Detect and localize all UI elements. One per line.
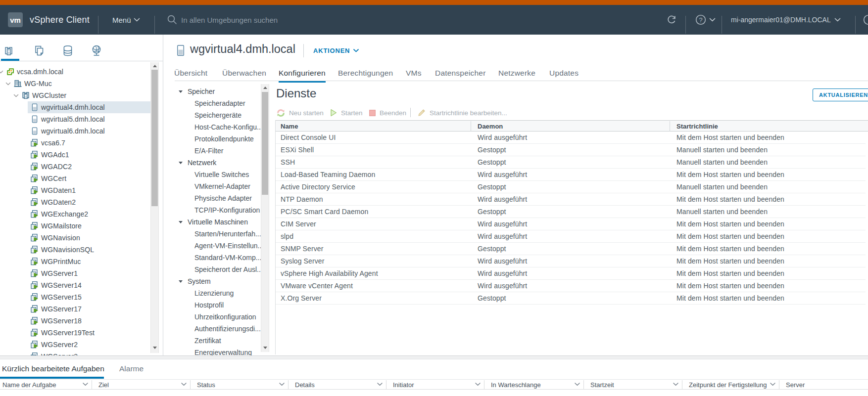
- tab-VMs[interactable]: VMs: [406, 66, 422, 81]
- triangle-down-icon[interactable]: [179, 221, 183, 223]
- tree-item-WGServer3[interactable]: WGServer3: [0, 351, 150, 355]
- tree-item-WGAdc1[interactable]: WGAdc1: [0, 149, 150, 161]
- task-column-header-Details[interactable]: Details: [295, 380, 315, 390]
- menu-button[interactable]: Menü: [112, 5, 131, 35]
- stop-button[interactable]: Beenden: [369, 106, 406, 119]
- tree-item-wgvirtual4.dmh.local[interactable]: wgvirtual4.dmh.local: [0, 101, 150, 113]
- service-row-vSphere High Availability Agent[interactable]: vSphere High Availability AgentWird ausg…: [276, 267, 866, 280]
- column-separator[interactable]: [682, 380, 682, 390]
- tree-item-WGCluster[interactable]: WGCluster: [0, 89, 150, 101]
- tree-item-WGDaten2[interactable]: WGDaten2: [0, 196, 150, 208]
- tab-Übersicht[interactable]: Übersicht: [174, 66, 207, 81]
- task-column-header-Zeitpunkt der Fertigstellung[interactable]: Zeitpunkt der Fertigstellung: [689, 380, 767, 390]
- service-row-Active Directory Service[interactable]: Active Directory ServiceGestopptManuell …: [276, 181, 866, 193]
- column-separator[interactable]: [92, 380, 92, 390]
- confignav-item-Zertifikat[interactable]: Zertifikat: [163, 335, 275, 347]
- triangle-down-icon[interactable]: [179, 162, 183, 164]
- triangle-down-icon[interactable]: [179, 280, 183, 283]
- tree-item-WGServer19Test[interactable]: WGServer19Test: [0, 327, 150, 339]
- scroll-up-icon[interactable]: [153, 65, 157, 67]
- chevron-down-icon[interactable]: [134, 5, 140, 35]
- vms-and-templates-icon[interactable]: [34, 45, 46, 57]
- start-button[interactable]: Starten: [330, 106, 363, 119]
- chevron-down-icon[interactable]: [13, 93, 19, 98]
- tree-item-WGADC2[interactable]: WGADC2: [0, 161, 150, 173]
- service-row-Load-Based Teaming Daemon[interactable]: Load-Based Teaming DaemonWird ausgeführt…: [276, 169, 866, 181]
- confignav-item-Starten/Herunterfah[interactable]: Starten/Herunterfah...: [163, 228, 275, 240]
- chevron-down-icon[interactable]: [709, 5, 716, 35]
- service-row-VMware vCenter Agent[interactable]: VMware vCenter AgentWird ausgeführtMit d…: [276, 280, 866, 292]
- column-header-daemon[interactable]: Daemon: [478, 121, 503, 132]
- tree-item-WGCert[interactable]: WGCert: [0, 173, 150, 184]
- tab-Datenspeicher[interactable]: Datenspeicher: [435, 66, 486, 81]
- restart-button[interactable]: Neu starten: [277, 106, 324, 119]
- edit-startup-policy-button[interactable]: Startrichtlinie bearbeiten...: [418, 106, 507, 119]
- tree-item-WGServer14[interactable]: WGServer14: [0, 279, 150, 291]
- horizontal-splitter[interactable]: [0, 355, 868, 359]
- service-row-X.Org Server[interactable]: X.Org ServerGestopptMit dem Host starten…: [276, 292, 866, 305]
- chevron-down-icon[interactable]: [0, 69, 3, 75]
- confignav-item-Authentifizierungsdi[interactable]: Authentifizierungsdi...: [163, 323, 275, 335]
- tree-item-WGServer17[interactable]: WGServer17: [0, 303, 150, 315]
- tree-item-WGMailstore[interactable]: WGMailstore: [0, 220, 150, 232]
- tree-item-wgvirtual5.dmh.local[interactable]: wgvirtual5.dmh.local: [0, 113, 150, 125]
- task-column-header-In Warteschlange[interactable]: In Warteschlange: [491, 380, 541, 390]
- configure-nav-scrollbar[interactable]: [261, 84, 269, 352]
- service-row-Syslog Server[interactable]: Syslog ServerWird ausgeführtMit dem Host…: [276, 255, 866, 267]
- column-header-policy[interactable]: Startrichtlinie: [676, 121, 718, 132]
- chevron-down-icon[interactable]: [475, 383, 481, 386]
- help-icon[interactable]: ?: [695, 5, 706, 35]
- column-separator[interactable]: [386, 380, 386, 390]
- tree-item-WGNavisionSQL[interactable]: WGNavisionSQL: [0, 244, 150, 256]
- confignav-item-Uhrzeitkonfiguration[interactable]: Uhrzeitkonfiguration: [163, 311, 275, 323]
- actions-menu-button[interactable]: AKTIONEN: [313, 47, 359, 54]
- task-column-header-Server[interactable]: Server: [786, 380, 805, 390]
- tree-item-wgvirtual6.dmh.local[interactable]: wgvirtual6.dmh.local: [0, 125, 150, 137]
- confignav-item-Host-Cache-Konfigu[interactable]: Host-Cache-Konfigu...: [163, 121, 275, 133]
- tab-recent-tasks[interactable]: Kürzlich bearbeitete Aufgaben: [2, 363, 104, 375]
- feedback-icon[interactable]: [864, 5, 868, 35]
- tree-item-WGDaten1[interactable]: WGDaten1: [0, 184, 150, 196]
- search-icon[interactable]: [167, 5, 178, 35]
- tree-item-vcsa.dmh.local[interactable]: vcsa.dmh.local: [0, 66, 150, 78]
- confignav-item-Standard-VM-Komp[interactable]: Standard-VM-Komp...: [163, 252, 275, 264]
- column-separator[interactable]: [288, 380, 289, 390]
- triangle-down-icon[interactable]: [179, 90, 183, 93]
- tree-item-WGServer18[interactable]: WGServer18: [0, 315, 150, 327]
- column-header-name[interactable]: Name: [281, 121, 298, 132]
- service-row-SSH[interactable]: SSHGestopptManuell starten und beenden: [276, 156, 866, 169]
- task-column-header-Ziel[interactable]: Ziel: [98, 380, 109, 390]
- scroll-down-icon[interactable]: [263, 347, 267, 349]
- chevron-down-icon[interactable]: [575, 383, 580, 386]
- service-row-Direct Console UI[interactable]: Direct Console UIWird ausgeführtMit dem …: [276, 132, 866, 144]
- tab-Updates[interactable]: Updates: [549, 66, 579, 81]
- column-separator[interactable]: [670, 121, 670, 132]
- task-column-header-Status[interactable]: Status: [197, 380, 215, 390]
- scroll-down-icon[interactable]: [153, 347, 157, 349]
- tree-item-WGServer2[interactable]: WGServer2: [0, 339, 150, 351]
- confignav-item-Physische Adapter[interactable]: Physische Adapter: [163, 192, 275, 204]
- chevron-down-icon[interactable]: [770, 383, 775, 386]
- column-separator[interactable]: [583, 380, 584, 390]
- confignav-item-Virtuelle Switches[interactable]: Virtuelle Switches: [163, 169, 275, 180]
- chevron-down-icon[interactable]: [673, 383, 678, 386]
- chevron-down-icon[interactable]: [834, 5, 841, 35]
- chevron-down-icon[interactable]: [377, 383, 383, 386]
- task-column-header-Initiator[interactable]: Initiator: [393, 380, 414, 390]
- confignav-item-E/A-Filter[interactable]: E/A-Filter: [163, 145, 275, 157]
- service-row-CIM Server[interactable]: CIM ServerWird ausgeführtMit dem Host st…: [276, 218, 866, 230]
- chevron-down-icon[interactable]: [83, 383, 88, 386]
- chevron-down-icon[interactable]: [279, 383, 285, 386]
- storage-icon[interactable]: [62, 45, 74, 57]
- user-menu[interactable]: mi-angermaier01@DMH.LOCAL: [731, 5, 831, 35]
- tree-item-WGServer15[interactable]: WGServer15: [0, 291, 150, 303]
- tree-item-WG-Muc[interactable]: WG-Muc: [0, 78, 150, 89]
- tab-Überwachen[interactable]: Überwachen: [222, 66, 266, 81]
- confignav-item-Speicherort der Ausl[interactable]: Speicherort der Ausl...: [163, 264, 275, 275]
- chevron-down-icon[interactable]: [181, 383, 187, 386]
- tree-item-WGPrintMuc[interactable]: WGPrintMuc: [0, 256, 150, 267]
- tab-alarms[interactable]: Alarme: [119, 363, 144, 375]
- confignav-item-Energieverwaltung[interactable]: Energieverwaltung: [163, 347, 275, 355]
- hosts-and-clusters-icon[interactable]: [4, 45, 16, 57]
- vmware-logo[interactable]: vm: [8, 12, 23, 27]
